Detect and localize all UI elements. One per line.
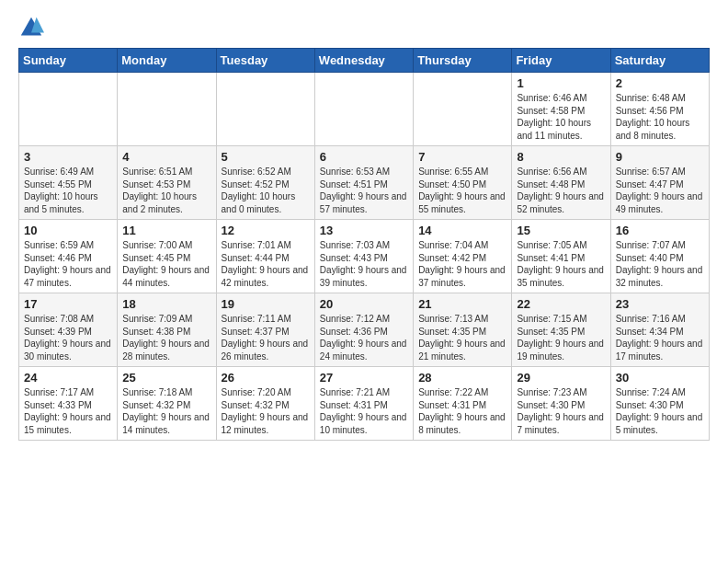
day-info: Sunrise: 7:01 AM Sunset: 4:44 PM Dayligh… <box>222 239 310 289</box>
day-cell: 24Sunrise: 7:17 AM Sunset: 4:33 PM Dayli… <box>19 367 118 441</box>
day-number: 2 <box>616 76 704 90</box>
day-info: Sunrise: 7:13 AM Sunset: 4:35 PM Dayligh… <box>418 313 506 362</box>
page: SundayMondayTuesdayWednesdayThursdayFrid… <box>0 0 728 450</box>
day-number: 17 <box>24 297 112 311</box>
logo-icon <box>18 15 44 40</box>
day-cell: 10Sunrise: 6:59 AM Sunset: 4:46 PM Dayli… <box>19 220 118 293</box>
week-row-5: 24Sunrise: 7:17 AM Sunset: 4:33 PM Dayli… <box>19 367 710 441</box>
day-cell: 23Sunrise: 7:16 AM Sunset: 4:34 PM Dayli… <box>610 293 709 367</box>
day-cell <box>414 73 512 146</box>
day-number: 18 <box>122 297 210 311</box>
day-number: 27 <box>320 371 408 385</box>
day-cell <box>118 73 216 146</box>
day-cell <box>314 73 413 146</box>
weekday-header-thursday: Thursday <box>414 49 512 73</box>
day-number: 9 <box>616 150 704 164</box>
day-info: Sunrise: 6:57 AM Sunset: 4:47 PM Dayligh… <box>616 166 704 215</box>
day-number: 10 <box>24 224 112 237</box>
header <box>18 15 710 40</box>
day-cell: 8Sunrise: 6:56 AM Sunset: 4:48 PM Daylig… <box>512 146 610 220</box>
day-info: Sunrise: 6:51 AM Sunset: 4:53 PM Dayligh… <box>122 166 210 215</box>
day-number: 23 <box>616 297 704 311</box>
day-cell: 29Sunrise: 7:23 AM Sunset: 4:30 PM Dayli… <box>512 367 610 441</box>
day-cell: 2Sunrise: 6:48 AM Sunset: 4:56 PM Daylig… <box>610 73 709 146</box>
calendar-table: SundayMondayTuesdayWednesdayThursdayFrid… <box>18 48 710 441</box>
day-number: 30 <box>616 371 704 385</box>
day-cell: 22Sunrise: 7:15 AM Sunset: 4:35 PM Dayli… <box>512 293 610 367</box>
day-number: 25 <box>122 371 210 385</box>
weekday-header-saturday: Saturday <box>610 49 709 73</box>
day-number: 13 <box>320 224 408 237</box>
day-number: 1 <box>517 76 605 90</box>
week-row-2: 3Sunrise: 6:49 AM Sunset: 4:55 PM Daylig… <box>19 146 710 220</box>
day-info: Sunrise: 6:48 AM Sunset: 4:56 PM Dayligh… <box>616 92 704 142</box>
day-cell <box>19 73 118 146</box>
day-number: 20 <box>320 297 408 311</box>
day-number: 19 <box>222 297 310 311</box>
day-cell: 14Sunrise: 7:04 AM Sunset: 4:42 PM Dayli… <box>414 220 512 293</box>
weekday-header-tuesday: Tuesday <box>216 49 314 73</box>
day-cell: 11Sunrise: 7:00 AM Sunset: 4:45 PM Dayli… <box>118 220 216 293</box>
day-info: Sunrise: 7:05 AM Sunset: 4:41 PM Dayligh… <box>517 239 605 289</box>
day-cell: 20Sunrise: 7:12 AM Sunset: 4:36 PM Dayli… <box>314 293 413 367</box>
day-number: 5 <box>222 150 310 164</box>
day-info: Sunrise: 7:00 AM Sunset: 4:45 PM Dayligh… <box>122 239 210 289</box>
day-info: Sunrise: 6:59 AM Sunset: 4:46 PM Dayligh… <box>24 239 112 289</box>
day-cell: 15Sunrise: 7:05 AM Sunset: 4:41 PM Dayli… <box>512 220 610 293</box>
day-info: Sunrise: 7:23 AM Sunset: 4:30 PM Dayligh… <box>517 386 605 436</box>
day-cell: 4Sunrise: 6:51 AM Sunset: 4:53 PM Daylig… <box>118 146 216 220</box>
day-info: Sunrise: 7:04 AM Sunset: 4:42 PM Dayligh… <box>418 239 506 289</box>
day-info: Sunrise: 6:46 AM Sunset: 4:58 PM Dayligh… <box>517 92 605 142</box>
weekday-header-sunday: Sunday <box>19 49 118 73</box>
day-info: Sunrise: 6:49 AM Sunset: 4:55 PM Dayligh… <box>24 166 112 215</box>
day-cell <box>216 73 314 146</box>
day-info: Sunrise: 6:55 AM Sunset: 4:50 PM Dayligh… <box>418 166 506 215</box>
day-number: 28 <box>418 371 506 385</box>
day-info: Sunrise: 7:07 AM Sunset: 4:40 PM Dayligh… <box>616 239 704 289</box>
day-number: 8 <box>517 150 605 164</box>
day-info: Sunrise: 7:17 AM Sunset: 4:33 PM Dayligh… <box>24 386 112 436</box>
day-cell: 21Sunrise: 7:13 AM Sunset: 4:35 PM Dayli… <box>414 293 512 367</box>
weekday-header-monday: Monday <box>118 49 216 73</box>
day-cell: 18Sunrise: 7:09 AM Sunset: 4:38 PM Dayli… <box>118 293 216 367</box>
week-row-4: 17Sunrise: 7:08 AM Sunset: 4:39 PM Dayli… <box>19 293 710 367</box>
day-cell: 26Sunrise: 7:20 AM Sunset: 4:32 PM Dayli… <box>216 367 314 441</box>
weekday-header-wednesday: Wednesday <box>314 49 413 73</box>
logo <box>18 15 46 40</box>
day-number: 15 <box>517 224 605 237</box>
day-info: Sunrise: 7:11 AM Sunset: 4:37 PM Dayligh… <box>222 313 310 362</box>
day-info: Sunrise: 6:56 AM Sunset: 4:48 PM Dayligh… <box>517 166 605 215</box>
day-number: 11 <box>122 224 210 237</box>
day-info: Sunrise: 6:53 AM Sunset: 4:51 PM Dayligh… <box>320 166 408 215</box>
day-number: 6 <box>320 150 408 164</box>
day-cell: 28Sunrise: 7:22 AM Sunset: 4:31 PM Dayli… <box>414 367 512 441</box>
day-number: 3 <box>24 150 112 164</box>
day-number: 14 <box>418 224 506 237</box>
day-number: 21 <box>418 297 506 311</box>
weekday-header-friday: Friday <box>512 49 610 73</box>
day-info: Sunrise: 7:24 AM Sunset: 4:30 PM Dayligh… <box>616 386 704 436</box>
day-info: Sunrise: 7:20 AM Sunset: 4:32 PM Dayligh… <box>222 386 310 436</box>
day-cell: 13Sunrise: 7:03 AM Sunset: 4:43 PM Dayli… <box>314 220 413 293</box>
day-number: 24 <box>24 371 112 385</box>
day-cell: 30Sunrise: 7:24 AM Sunset: 4:30 PM Dayli… <box>610 367 709 441</box>
day-cell: 5Sunrise: 6:52 AM Sunset: 4:52 PM Daylig… <box>216 146 314 220</box>
day-cell: 12Sunrise: 7:01 AM Sunset: 4:44 PM Dayli… <box>216 220 314 293</box>
day-cell: 3Sunrise: 6:49 AM Sunset: 4:55 PM Daylig… <box>19 146 118 220</box>
day-number: 22 <box>517 297 605 311</box>
day-info: Sunrise: 7:22 AM Sunset: 4:31 PM Dayligh… <box>418 386 506 436</box>
week-row-3: 10Sunrise: 6:59 AM Sunset: 4:46 PM Dayli… <box>19 220 710 293</box>
day-info: Sunrise: 7:16 AM Sunset: 4:34 PM Dayligh… <box>616 313 704 362</box>
day-cell: 17Sunrise: 7:08 AM Sunset: 4:39 PM Dayli… <box>19 293 118 367</box>
day-number: 7 <box>418 150 506 164</box>
day-info: Sunrise: 7:12 AM Sunset: 4:36 PM Dayligh… <box>320 313 408 362</box>
day-info: Sunrise: 7:18 AM Sunset: 4:32 PM Dayligh… <box>122 386 210 436</box>
day-cell: 25Sunrise: 7:18 AM Sunset: 4:32 PM Dayli… <box>118 367 216 441</box>
day-info: Sunrise: 7:21 AM Sunset: 4:31 PM Dayligh… <box>320 386 408 436</box>
day-number: 16 <box>616 224 704 237</box>
weekday-header-row: SundayMondayTuesdayWednesdayThursdayFrid… <box>19 49 710 73</box>
week-row-1: 1Sunrise: 6:46 AM Sunset: 4:58 PM Daylig… <box>19 73 710 146</box>
day-cell: 6Sunrise: 6:53 AM Sunset: 4:51 PM Daylig… <box>314 146 413 220</box>
day-info: Sunrise: 7:09 AM Sunset: 4:38 PM Dayligh… <box>122 313 210 362</box>
day-info: Sunrise: 7:15 AM Sunset: 4:35 PM Dayligh… <box>517 313 605 362</box>
